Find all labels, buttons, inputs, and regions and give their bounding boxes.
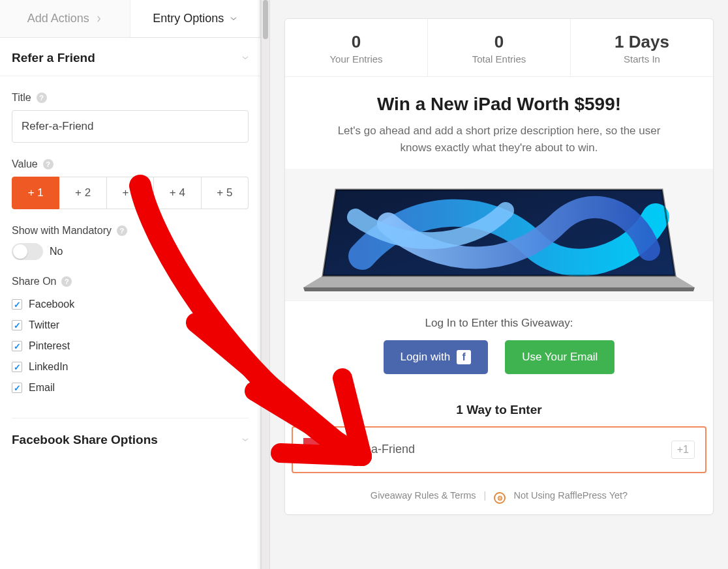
share-option-label: Email — [29, 382, 55, 394]
login-email-button[interactable]: Use Your Email — [505, 340, 614, 374]
accordion-fb-label: Facebook Share Options — [12, 433, 158, 447]
stat-value: 0 — [434, 32, 564, 52]
login-heading: Log In to Enter this Giveaway: — [298, 317, 700, 330]
stats-row: 0 Your Entries 0 Total Entries 1 Days St… — [285, 19, 713, 77]
tab-entry-options[interactable]: Entry Options — [130, 0, 261, 37]
stat-label: Total Entries — [434, 53, 564, 65]
checkbox-icon — [12, 320, 22, 330]
chevron-down-icon — [242, 55, 249, 61]
stat-your-entries: 0 Your Entries — [285, 19, 428, 76]
share-email[interactable]: Email — [12, 377, 249, 398]
checkbox-icon — [12, 299, 22, 310]
share-option-label: Twitter — [29, 319, 59, 331]
share-option-label: Pinterest — [29, 340, 70, 352]
accordion-refer-friend-label: Refer a Friend — [12, 51, 95, 65]
share-pinterest[interactable]: Pinterest — [12, 336, 249, 357]
value-option-5[interactable]: + 5 — [202, 177, 249, 209]
chevron-down-icon — [230, 16, 237, 22]
login-section: Log In to Enter this Giveaway: Login wit… — [285, 300, 713, 392]
title-label-text: Title — [12, 92, 31, 104]
stat-value: 1 Days — [577, 32, 706, 52]
login-facebook-button[interactable]: Login with f — [384, 340, 489, 374]
value-field-label: Value ? — [12, 158, 249, 170]
tab-add-actions[interactable]: Add Actions — [0, 0, 130, 37]
mandatory-toggle[interactable] — [12, 243, 43, 260]
share-option-label: LinkedIn — [29, 361, 68, 373]
checkbox-icon — [12, 362, 22, 372]
value-option-3[interactable]: + 3 — [107, 177, 154, 209]
hero-title: Win a New iPad Worth $599! — [305, 94, 693, 115]
footer-separator: | — [484, 490, 487, 501]
stat-label: Your Entries — [292, 53, 421, 65]
widget-footer: Giveaway Rules & Terms | ⚙ Not Using Raf… — [285, 482, 713, 515]
sidebar-tabs: Add Actions Entry Options — [0, 0, 260, 38]
ipad-illustration — [297, 178, 701, 295]
refer-friend-panel: Title ? Value ? + 1 + 2 + 3 + 4 + 5 Show… — [0, 76, 260, 471]
share-on-list: Facebook Twitter Pinterest LinkedIn Emai… — [12, 294, 249, 398]
title-input[interactable] — [12, 110, 249, 143]
share-on-label-text: Share On — [12, 276, 56, 287]
svg-marker-0 — [303, 276, 695, 287]
entry-action-refer-friend[interactable]: Refer-a-Friend +1 — [292, 426, 706, 473]
accordion-refer-friend[interactable]: Refer a Friend — [0, 38, 260, 76]
tab-add-actions-label: Add Actions — [27, 12, 89, 25]
help-icon[interactable]: ? — [43, 159, 53, 169]
giveaway-widget: 0 Your Entries 0 Total Entries 1 Days St… — [284, 18, 714, 515]
hero-section: Win a New iPad Worth $599! Let's go ahea… — [285, 77, 713, 169]
mandatory-field-label: Show with Mandatory ? — [12, 225, 249, 237]
help-icon[interactable]: ? — [117, 226, 127, 236]
value-option-2[interactable]: + 2 — [59, 177, 106, 209]
help-icon[interactable]: ? — [61, 276, 72, 287]
checkbox-icon — [12, 341, 22, 351]
prize-image — [285, 169, 713, 300]
hero-description: Let's go ahead and add a short prize des… — [323, 123, 675, 157]
mandatory-toggle-row: No — [12, 243, 249, 260]
accordion-facebook-share[interactable]: Facebook Share Options — [12, 418, 249, 458]
login-buttons: Login with f Use Your Email — [298, 340, 700, 374]
help-icon[interactable]: ? — [37, 93, 47, 103]
checkbox-icon — [12, 383, 22, 393]
stat-total-entries: 0 Total Entries — [428, 19, 571, 76]
chevron-right-icon — [96, 16, 102, 22]
settings-sidebar: Add Actions Entry Options Refer a Friend… — [0, 0, 261, 569]
entry-action-points: +1 — [671, 441, 695, 459]
share-option-label: Facebook — [29, 299, 74, 310]
stat-label: Starts In — [577, 53, 706, 65]
tab-entry-options-label: Entry Options — [153, 12, 224, 25]
sidebar-scrollbar[interactable] — [261, 0, 270, 569]
share-facebook[interactable]: Facebook — [12, 294, 249, 315]
rafflepress-cta-link[interactable]: Not Using RafflePress Yet? — [514, 490, 628, 501]
share-on-field-label: Share On ? — [12, 276, 249, 287]
facebook-icon: f — [457, 350, 471, 364]
share-linkedin[interactable]: LinkedIn — [12, 357, 249, 377]
login-email-label: Use Your Email — [522, 351, 598, 364]
heart-icon — [303, 438, 327, 461]
value-label-text: Value — [12, 158, 38, 170]
login-facebook-label: Login with — [401, 351, 451, 364]
svg-marker-1 — [303, 287, 695, 291]
rafflepress-icon: ⚙ — [494, 492, 506, 504]
share-twitter[interactable]: Twitter — [12, 315, 249, 336]
value-option-1[interactable]: + 1 — [12, 177, 59, 209]
giveaway-preview: 0 Your Entries 0 Total Entries 1 Days St… — [270, 0, 728, 569]
chevron-down-icon — [242, 437, 249, 443]
scrollbar-thumb[interactable] — [263, 0, 268, 39]
value-button-group: + 1 + 2 + 3 + 4 + 5 — [12, 177, 249, 209]
entry-action-title: Refer-a-Friend — [339, 443, 660, 456]
stat-starts-in: 1 Days Starts In — [571, 19, 713, 76]
stat-value: 0 — [292, 32, 421, 52]
mandatory-toggle-state: No — [50, 246, 63, 257]
mandatory-label-text: Show with Mandatory — [12, 225, 112, 237]
value-option-4[interactable]: + 4 — [154, 177, 201, 209]
title-field-label: Title ? — [12, 92, 249, 104]
rules-link[interactable]: Giveaway Rules & Terms — [371, 490, 476, 501]
ways-to-enter-header: 1 Way to Enter — [285, 392, 713, 426]
